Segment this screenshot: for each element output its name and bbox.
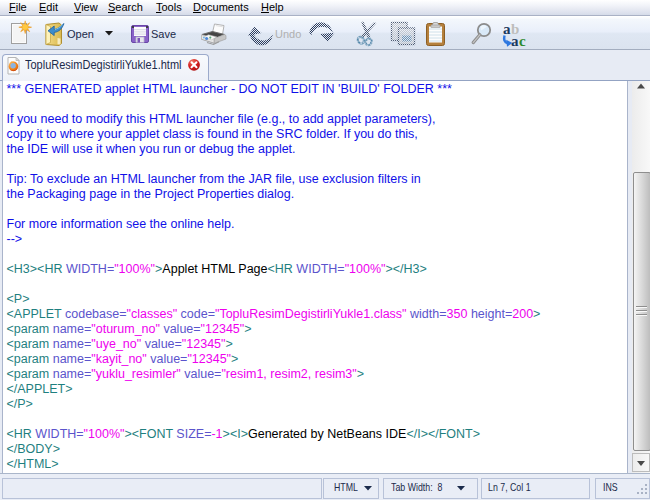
svg-text:a: a (511, 33, 519, 49)
svg-text:c: c (519, 33, 526, 49)
svg-text:a: a (503, 21, 511, 37)
